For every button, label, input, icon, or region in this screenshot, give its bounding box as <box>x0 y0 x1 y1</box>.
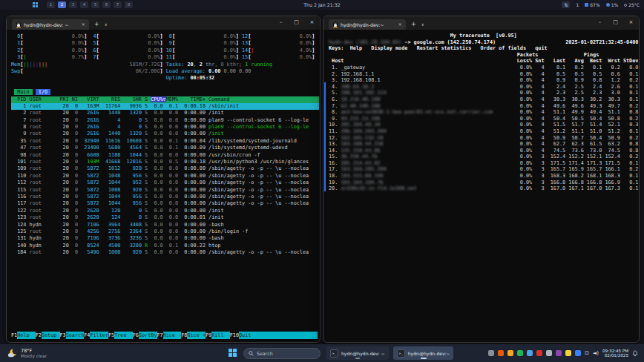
process-row[interactable]: 124 hydn 20 0 7196 3964 3408 S 0.0 0.0 0… <box>11 222 319 228</box>
cast-display-icon[interactable]: ⊡ <box>585 350 589 356</box>
fkey-f8[interactable]: F8 <box>181 332 187 339</box>
fkey-f5[interactable]: F5 <box>108 332 114 339</box>
tab-close-icon[interactable]: × <box>398 22 402 27</box>
left-window-titlebar[interactable]: hydn@hydn-dev: ~ × + ∨ – □ × <box>7 16 320 30</box>
fkey-f1[interactable]: F1 <box>11 332 17 339</box>
fkey-f7[interactable]: F7 <box>157 332 163 339</box>
workspace-button-1[interactable]: 1 <box>47 1 55 8</box>
workspace-button-3[interactable]: 3 <box>69 1 77 8</box>
fkey-label-sortby[interactable]: SortBy <box>139 332 157 339</box>
process-row[interactable]: 125 root 20 0 4256 2756 2364 S 0.0 0.0 0… <box>11 228 319 235</box>
htop-screen: 0[ 0.0%] 4[ 0.0%] 8[ 0.0%] 12[ 0.0%] 1[ … <box>11 33 319 257</box>
process-row[interactable]: 1 root 20 0 163M 11764 9036 S 0.0 0.1 0:… <box>11 103 319 110</box>
close-button[interactable]: × <box>623 16 639 27</box>
process-row[interactable]: 140 hydn 20 0 8524 4500 3200 R 0.0 0.1 0… <box>11 243 319 249</box>
minimize-button[interactable]: – <box>592 16 608 27</box>
table-header-row[interactable]: PID USER PRI NI VIRT RES SHR S CPU%▽MEM%… <box>11 96 319 103</box>
process-row[interactable]: 8 root 20 0 2616 4 0 S 0.0 0.0 0:00.00 p… <box>11 124 319 131</box>
process-row[interactable]: 116 root 20 0 5872 1044 956 S 0.0 0.0 0:… <box>11 194 319 200</box>
keyboard-layout-indicator[interactable]: 1 <box>576 2 579 7</box>
tab-dropdown-icon[interactable]: ∨ <box>421 22 424 27</box>
new-tab-button[interactable]: + <box>411 22 416 27</box>
process-row[interactable]: 123 root 20 0 2620 124 0 S 0.0 0.0 0:00.… <box>11 214 319 221</box>
fkey-f10[interactable]: F10 <box>230 332 239 339</box>
minimize-button[interactable]: – <box>273 16 289 27</box>
workspace-button-8[interactable]: 8 <box>125 1 133 8</box>
maximize-button[interactable]: □ <box>289 16 304 27</box>
tray-icon-6[interactable] <box>536 350 542 356</box>
search-box[interactable]: Search <box>243 348 321 359</box>
workspace-button-2[interactable]: 2 <box>58 1 66 8</box>
close-button[interactable]: × <box>304 16 320 27</box>
taskbar-app-title: hydn@hydn-dev: ~ <box>341 351 385 356</box>
process-row[interactable]: 184 root 20 0 5496 1008 920 S 0.0 0.0 0:… <box>11 249 319 256</box>
fkey-label-help[interactable]: Help <box>17 332 36 339</box>
process-row[interactable]: 98 root 20 0 6608 1188 1044 S 0.0 0.0 0:… <box>11 152 319 159</box>
taskbar-app-1[interactable]: >_hydn@hydn-dev: ~ <box>326 346 389 360</box>
tray-icon-3[interactable] <box>507 350 513 356</box>
fkey-label-setup[interactable]: Setup <box>42 332 60 339</box>
taskbar-clock[interactable]: 09:32:45 PM 02/01/2025 <box>602 349 628 358</box>
ram-usage-widget[interactable]: 67% <box>585 2 599 7</box>
terminal-app-icon: >_ <box>397 349 405 358</box>
process-row[interactable]: 117 root 20 0 5872 1044 956 S 0.0 0.0 0:… <box>11 200 319 207</box>
taskbar-app-2[interactable]: >_hydn@hydn-dev:~ <box>393 346 454 360</box>
hop-host-redacted: 62.90.140.180 <box>341 103 380 109</box>
topbar-status-widgets: ⇅ 1 67% 1% 25°C <box>562 1 640 8</box>
notification-bell-icon[interactable] <box>632 350 638 357</box>
fkey-label-nice-+[interactable]: Nice + <box>187 332 206 339</box>
start-button[interactable] <box>229 349 237 358</box>
weather-widget[interactable]: 78°F Mostly clear <box>7 348 47 358</box>
left-terminal-tab[interactable]: hydn@hydn-dev: ~ × <box>12 19 89 30</box>
new-tab-button[interactable]: + <box>94 22 99 27</box>
tray-icon-2[interactable] <box>498 350 504 356</box>
tray-icon-5[interactable] <box>527 350 533 356</box>
fkey-label-nice--[interactable]: Nice - <box>163 332 182 339</box>
process-row[interactable]: 109 root 20 0 5872 1012 920 S 0.0 0.0 0:… <box>11 165 319 172</box>
workspace-button-5[interactable]: 5 <box>91 1 99 8</box>
fkey-f2[interactable]: F2 <box>36 332 42 339</box>
fkey-label-filter[interactable]: Filter <box>90 332 108 339</box>
speaker-icon[interactable]: ◄) <box>593 350 599 356</box>
process-row[interactable]: 35 root 20 0 32940 11616 10608 S 0.0 0.1… <box>11 138 319 145</box>
fkey-f4[interactable]: F4 <box>84 332 90 339</box>
tab-dropdown-icon[interactable]: ∨ <box>105 22 108 27</box>
network-traffic-icon[interactable]: ⇅ <box>562 1 570 8</box>
process-row[interactable]: 112 root 20 0 5872 1044 952 S 0.0 0.0 0:… <box>11 180 319 186</box>
tab-close-icon[interactable]: × <box>82 22 85 27</box>
fkey-label-tree[interactable]: Tree <box>114 332 133 339</box>
process-row[interactable]: 115 root 20 0 5872 1008 920 S 0.0 0.0 0:… <box>11 187 319 194</box>
hop-row: 17. 163.169.205.209 0.0% 3 165.7 165.9 1… <box>329 166 639 173</box>
fkey-f9[interactable]: F9 <box>206 332 211 339</box>
process-row[interactable]: 9 root 20 0 2616 1440 1320 S 0.0 0.0 0:0… <box>11 131 319 137</box>
tray-icon-7[interactable] <box>546 350 552 356</box>
tray-icon-8[interactable] <box>556 350 562 356</box>
workspace-button-7[interactable]: 7 <box>114 1 122 8</box>
process-row[interactable]: 2 root 20 0 2616 1440 1320 S 0.0 0.0 0:0… <box>11 110 319 116</box>
process-row[interactable]: 101 root 20 0 193M 41668 12016 S 0.0 0.5… <box>11 159 319 165</box>
process-row[interactable]: 110 root 20 0 5872 1048 956 S 0.0 0.0 0:… <box>11 173 319 180</box>
fkey-label-quit[interactable]: Quit <box>239 332 257 339</box>
process-row[interactable]: 7 root 20 0 2616 4 0 S 0.0 0.0 0:00.00 p… <box>11 117 319 124</box>
right-window-titlebar[interactable]: hydn@hydn-dev:~ × + ∨ – □ × <box>323 16 639 30</box>
tray-icon-10[interactable] <box>575 350 581 356</box>
tab-main[interactable]: Main <box>14 89 33 95</box>
process-row[interactable]: 131 hydn 20 0 7196 3736 3236 S 0.0 0.0 0… <box>11 235 319 242</box>
right-terminal-tab[interactable]: hydn@hydn-dev:~ × <box>329 19 406 30</box>
fkey-label-search[interactable]: Search <box>66 332 85 339</box>
maximize-button[interactable]: □ <box>608 16 623 27</box>
tray-icon-9[interactable] <box>565 350 571 356</box>
fkey-f6[interactable]: F6 <box>133 332 139 339</box>
fkey-label-kill[interactable]: Kill <box>211 332 230 339</box>
cpu-usage-widget[interactable]: 1% <box>606 2 619 7</box>
process-row[interactable]: 47 root 20 0 23400 5680 4564 S 0.0 0.1 0… <box>11 145 319 151</box>
temperature-widget[interactable]: 25°C <box>624 2 640 7</box>
tray-icon-1[interactable] <box>488 350 494 356</box>
tab-io[interactable]: I/O <box>36 89 50 95</box>
workspace-button-4[interactable]: 4 <box>80 1 88 8</box>
fkey-f3[interactable]: F3 <box>60 332 66 339</box>
process-row[interactable]: 122 root 20 0 2620 120 0 S 0.0 0.0 0:00.… <box>11 208 319 214</box>
windows-logo-icon[interactable] <box>33 2 38 7</box>
tray-icon-4[interactable] <box>517 350 523 356</box>
workspace-button-6[interactable]: 6 <box>102 1 111 8</box>
